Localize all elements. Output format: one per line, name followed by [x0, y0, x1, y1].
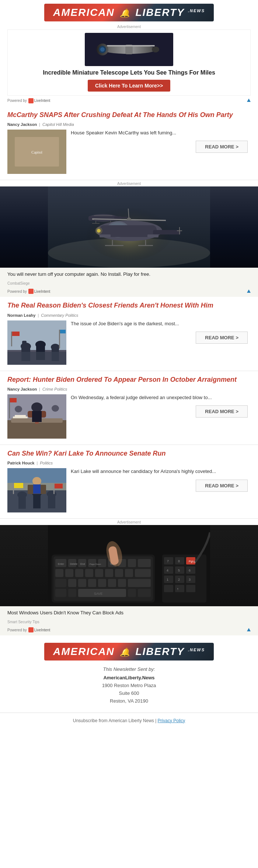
svg-text:7: 7	[167, 559, 169, 563]
logo-text: AMERICAN 🔔 LIBERTY .NEWS	[53, 7, 205, 18]
svg-rect-17	[57, 141, 61, 159]
svg-rect-48	[153, 230, 181, 234]
footer-address-line2: Suite 600	[4, 690, 254, 697]
svg-rect-158	[186, 585, 195, 592]
svg-rect-152	[186, 566, 195, 574]
svg-point-4	[152, 47, 159, 52]
footer-logo[interactable]: AMERICAN 🔔 LIBERTY .NEWS	[44, 643, 214, 661]
svg-text:4: 4	[167, 569, 168, 572]
article1-author: Nancy Jackson	[7, 122, 37, 127]
svg-point-82	[31, 402, 42, 412]
article4-image	[7, 468, 66, 512]
svg-rect-125	[135, 569, 151, 577]
svg-point-23	[23, 156, 32, 162]
article3-read-more[interactable]: READ MORE >	[196, 405, 248, 418]
privacy-policy-link[interactable]: Privacy Policy	[158, 718, 185, 723]
liveintent-logo-3: LiveIntent	[28, 627, 50, 632]
svg-rect-87	[10, 398, 17, 402]
ad2-label: Advertisement	[0, 180, 258, 186]
ad1-title: Incredible Miniature Telescope Lets You …	[19, 69, 239, 77]
svg-rect-139	[138, 589, 151, 597]
svg-point-84	[15, 406, 22, 412]
article4-source: Politics	[40, 461, 53, 465]
article2-text: The issue of Joe Biden's age is the dark…	[71, 320, 251, 344]
svg-rect-86	[9, 398, 10, 418]
svg-text:Delete: Delete	[70, 563, 77, 565]
footer-logo-news: .NEWS	[188, 648, 205, 652]
liveintent-icon-1	[28, 98, 34, 103]
svg-rect-156	[164, 585, 173, 592]
ad3-source: Smart Security Tips	[0, 619, 258, 625]
svg-rect-97	[48, 495, 55, 508]
svg-rect-81	[15, 415, 26, 417]
svg-rect-120	[85, 569, 93, 577]
ad2-block[interactable]: You will never turn off your computer ag…	[0, 186, 258, 286]
article4-excerpt: Kari Lake will announce her candidacy fo…	[71, 468, 251, 475]
article3-body: On Wednesday, a federal judge delivered …	[7, 394, 251, 439]
article2-read-more[interactable]: READ MORE >	[196, 332, 248, 344]
svg-rect-135	[68, 589, 76, 597]
article4-text: Kari Lake will announce her candidacy fo…	[71, 468, 251, 491]
article3-block: Report: Hunter Biden Ordered To Appear P…	[0, 371, 258, 445]
svg-text:3: 3	[189, 578, 191, 581]
ad3-label: Advertisement	[0, 519, 258, 525]
unsubscribe-text: Unsubscribe from American Liberty News |	[73, 718, 158, 723]
article4-title[interactable]: Can She Win? Kari Lake To Announce Senat…	[7, 449, 251, 458]
svg-rect-18	[33, 131, 34, 143]
telescope-image	[85, 33, 173, 66]
ad1-cta-button[interactable]: Click Here To Learn More>>	[88, 80, 170, 92]
svg-text:↑: ↑	[177, 587, 179, 591]
svg-rect-6	[107, 45, 155, 47]
svg-rect-118	[65, 569, 73, 577]
footer-unsubscribe: Unsubscribe from American Liberty News |…	[0, 713, 258, 731]
article4-body: Kari Lake will announce her candidacy fo…	[7, 468, 251, 512]
footer-address-line1: 1900 Reston Metro Plaza	[4, 682, 254, 690]
svg-marker-22	[9, 131, 64, 141]
article1-title[interactable]: McCarthy SNAPS After Crushing Defeat At …	[7, 111, 251, 119]
svg-rect-72	[59, 330, 60, 348]
article2-meta: Norman Leahy | Commentary Politics	[7, 313, 251, 318]
svg-text:Enter: Enter	[58, 563, 64, 565]
svg-rect-131	[108, 579, 116, 587]
article2-body: The issue of Joe Biden's age is the dark…	[7, 320, 251, 365]
ad-arrow-2	[247, 289, 251, 293]
svg-rect-24	[25, 160, 31, 171]
svg-rect-132	[118, 579, 126, 587]
footer-bell-icon: 🔔	[120, 648, 130, 657]
svg-rect-121	[95, 569, 103, 577]
article1-block: McCarthy SNAPS After Crushing Defeat At …	[0, 106, 258, 180]
article4-block: Can She Win? Kari Lake To Announce Senat…	[0, 445, 258, 519]
article2-title[interactable]: The Real Reason Biden's Closest Friends …	[7, 301, 251, 310]
ad3-block[interactable]: SAVE Enter Delete End Page Down Tab PgUp	[0, 525, 258, 625]
article3-author: Nancy Jackson	[7, 387, 37, 391]
svg-rect-128	[78, 579, 86, 587]
liveintent-icon-3	[28, 627, 34, 632]
svg-rect-55	[100, 234, 111, 237]
footer-address-line3: Reston, VA 20190	[4, 697, 254, 705]
svg-text:SAVE: SAVE	[94, 592, 102, 596]
site-logo[interactable]: AMERICAN 🔔 LIBERTY .NEWS	[44, 4, 214, 21]
svg-text:8: 8	[178, 559, 180, 563]
svg-line-40	[129, 220, 166, 220]
article3-title[interactable]: Report: Hunter Biden Ordered To Appear P…	[7, 375, 251, 384]
helicopter-scene	[0, 186, 258, 268]
svg-rect-93	[18, 496, 26, 509]
article3-meta: Nancy Jackson | Crime Politics	[7, 387, 251, 391]
svg-rect-13	[35, 141, 39, 159]
article2-author: Norman Leahy	[7, 313, 35, 318]
ad2-caption: You will never turn off your computer ag…	[0, 268, 258, 281]
footer-newsletter-text: This Newsletter Sent by:	[4, 666, 254, 672]
svg-rect-100	[53, 484, 55, 494]
article4-read-more[interactable]: READ MORE >	[196, 480, 248, 492]
bell-icon: 🔔	[120, 8, 130, 18]
svg-rect-101	[55, 484, 63, 488]
article2-block: The Real Reason Biden's Closest Friends …	[0, 297, 258, 371]
svg-point-25	[40, 155, 49, 161]
article1-text: House Speaker Kevin McCarthy was left fu…	[71, 130, 251, 153]
article1-read-more[interactable]: READ MORE >	[196, 141, 248, 153]
liveintent-logo-1: LiveIntent	[28, 98, 50, 103]
site-header: AMERICAN 🔔 LIBERTY .NEWS	[0, 0, 258, 23]
article3-excerpt: On Wednesday, a federal judge delivered …	[71, 394, 251, 401]
svg-rect-157	[175, 585, 184, 592]
svg-point-3	[100, 47, 105, 52]
